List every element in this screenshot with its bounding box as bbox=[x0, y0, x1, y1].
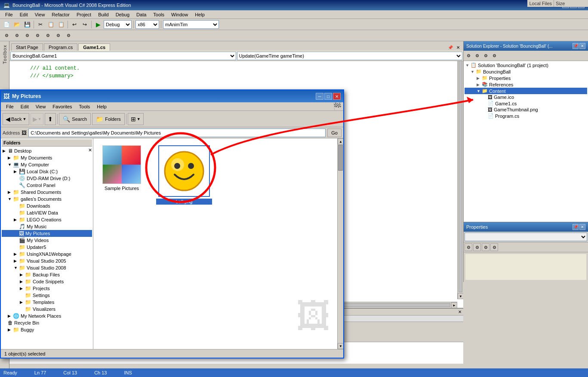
tb-copy[interactable]: 📋 bbox=[46, 20, 55, 29]
config-select[interactable]: mAnimTim bbox=[163, 20, 219, 29]
toolbox-label[interactable]: Toolbox bbox=[1, 41, 8, 67]
ftree-labview[interactable]: 📁 LabVIEW Data bbox=[2, 209, 92, 216]
tb-paste[interactable]: 📋 bbox=[56, 20, 66, 29]
forward-button[interactable]: ▶ ▼ bbox=[31, 113, 43, 125]
se-item-properties[interactable]: ▶ 📁 Properties bbox=[465, 75, 587, 81]
tab-close[interactable]: ✕ bbox=[455, 44, 462, 51]
menu-project[interactable]: Project bbox=[73, 12, 95, 18]
prop-tb1[interactable]: ⚙ bbox=[465, 243, 472, 251]
ftree-localdisk[interactable]: ▶ 💾 Local Disk (C:) bbox=[2, 168, 92, 175]
files-scroll-thumb[interactable] bbox=[338, 145, 343, 171]
ftree-controlpanel[interactable]: 🔧 Control Panel bbox=[2, 182, 92, 189]
se-tb2[interactable]: ⚙ bbox=[473, 52, 481, 59]
tb-save[interactable]: 💾 bbox=[22, 20, 32, 29]
se-item-bouncingball[interactable]: ▼ 📁 BouncingBall bbox=[465, 68, 587, 75]
ball-png-item[interactable]: ball.png bbox=[156, 145, 212, 205]
ftree-dvd[interactable]: 💿 DVD-RAM Drive (D:) bbox=[2, 175, 92, 182]
files-scrollbar[interactable]: ▲ ▼ bbox=[337, 138, 343, 349]
se-item-game1cs[interactable]: 📄 Game1.cs bbox=[465, 100, 587, 107]
ftree-updater5[interactable]: 📁 Updater5 bbox=[2, 244, 92, 251]
folder-close-button[interactable]: ✕ bbox=[333, 93, 341, 100]
menu-data[interactable]: Data bbox=[133, 12, 150, 18]
tb-open[interactable]: 📂 bbox=[12, 20, 22, 29]
se-item-content[interactable]: ▼ 📁 Content bbox=[465, 88, 587, 94]
tb2-btn4[interactable]: ⚙ bbox=[33, 31, 42, 40]
prop-pin-button[interactable]: 📌 bbox=[573, 224, 579, 230]
prop-close-button[interactable]: ✕ bbox=[579, 224, 585, 230]
se-item-gameico[interactable]: 🖼 Game.ico bbox=[465, 94, 587, 100]
tb2-btn7[interactable]: ⚙ bbox=[64, 31, 73, 40]
ftree-codesnippets[interactable]: ▶ 📁 Code Snippets bbox=[2, 278, 92, 285]
prop-tb2[interactable]: ⚙ bbox=[473, 243, 481, 251]
sample-pictures-item[interactable]: Sample Pictures bbox=[100, 145, 143, 191]
menu-window[interactable]: Window bbox=[168, 12, 191, 18]
tb2-btn2[interactable]: ⚙ bbox=[12, 31, 22, 40]
scrollbar-down[interactable]: ▼ bbox=[458, 293, 463, 299]
ftree-myvideos[interactable]: 🎬 My Videos bbox=[2, 237, 92, 244]
back-button[interactable]: ◀ Back ▼ bbox=[3, 113, 29, 125]
scrollbar-thumb[interactable] bbox=[459, 61, 462, 292]
se-tb1[interactable]: ⚙ bbox=[465, 52, 472, 59]
folder-menu-edit[interactable]: Edit bbox=[17, 104, 32, 110]
platform-select[interactable]: x86 bbox=[135, 20, 159, 29]
tab-game1-cs[interactable]: Game1.cs bbox=[78, 43, 110, 51]
ftree-gallesdocs[interactable]: ▼ 📁 galles's Documents bbox=[2, 196, 92, 202]
prop-tb4[interactable]: ⚙ bbox=[490, 243, 498, 251]
ftree-usingxna[interactable]: ▶ 📁 UsingXNA1Webpage bbox=[2, 251, 92, 257]
menu-file[interactable]: File bbox=[2, 12, 16, 18]
se-item-programcs[interactable]: 📄 Program.cs bbox=[465, 113, 587, 119]
se-item-gamethumbnail[interactable]: 🖼 GameThumbnail.png bbox=[465, 107, 587, 113]
ftree-vs2008[interactable]: ▼ 📁 Visual Studio 2008 bbox=[2, 264, 92, 271]
debug-config-select[interactable]: Debug bbox=[104, 20, 132, 29]
folder-menu-view[interactable]: View bbox=[32, 104, 49, 110]
folder-menu-tools[interactable]: Tools bbox=[76, 104, 94, 110]
tab-program-cs[interactable]: Program.cs bbox=[44, 43, 77, 51]
menu-refactor[interactable]: Refactor bbox=[48, 12, 73, 18]
se-tb3[interactable]: ⚙ bbox=[482, 52, 489, 59]
prop-select[interactable] bbox=[465, 233, 587, 241]
tb-run[interactable]: ▶ bbox=[93, 20, 103, 29]
folder-menu-favorites[interactable]: Favorites bbox=[49, 104, 75, 110]
ftree-desktop[interactable]: ▶ 🖥 Desktop bbox=[2, 147, 92, 154]
address-input[interactable] bbox=[28, 129, 326, 137]
tb-cut[interactable]: ✂ bbox=[36, 20, 45, 29]
ftree-projects[interactable]: ▶ 📁 Projects bbox=[2, 285, 92, 292]
tree-close[interactable]: ✕ bbox=[88, 147, 92, 153]
tb-undo[interactable]: ↩ bbox=[70, 20, 79, 29]
address-go-button[interactable]: Go bbox=[327, 129, 342, 137]
ftree-mycomputer[interactable]: ▼ 💻 My Computer bbox=[2, 161, 92, 168]
up-button[interactable]: ⬆ bbox=[45, 113, 56, 125]
hscroll-right[interactable]: ► bbox=[451, 302, 457, 308]
ftree-backup[interactable]: ▶ 📁 Backup Files bbox=[2, 271, 92, 278]
se-close-button[interactable]: ✕ bbox=[579, 43, 585, 49]
search-button[interactable]: 🔍 Search bbox=[59, 113, 91, 125]
ftree-mydocs[interactable]: ▶ 📁 My Documents bbox=[2, 154, 92, 161]
tab-start-page[interactable]: Start Page bbox=[11, 43, 43, 51]
ftree-buggy[interactable]: ▶ 📁 Buggy bbox=[2, 326, 92, 333]
ftree-network[interactable]: ▶ 🌐 My Network Places bbox=[2, 313, 92, 319]
se-tb4[interactable]: ⚙ bbox=[490, 52, 498, 59]
menu-tools[interactable]: Tools bbox=[150, 12, 168, 18]
menu-edit[interactable]: Edit bbox=[16, 12, 31, 18]
tab-pin[interactable]: 📌 bbox=[446, 44, 455, 51]
se-pin-button[interactable]: 📌 bbox=[573, 43, 579, 49]
ftree-recycle[interactable]: 🗑 Recycle Bin bbox=[2, 319, 92, 326]
ftree-vs2005[interactable]: ▶ 📁 Visual Studio 2005 bbox=[2, 257, 92, 264]
files-scroll-up[interactable]: ▲ bbox=[338, 138, 343, 144]
menu-debug[interactable]: Debug bbox=[112, 12, 133, 18]
tb2-btn3[interactable]: ⚙ bbox=[22, 31, 32, 40]
ftree-visualizers[interactable]: 📁 Visualizers bbox=[2, 306, 92, 313]
ftree-mypictures[interactable]: 🖼 My Pictures bbox=[2, 230, 92, 237]
tb2-btn5[interactable]: ⚙ bbox=[43, 31, 52, 40]
method-dropdown[interactable]: Update(GameTime gameTime) bbox=[237, 52, 463, 60]
ftree-mymusic[interactable]: 🎵 My Music bbox=[2, 223, 92, 230]
folder-maximize-button[interactable]: □ bbox=[324, 93, 332, 100]
class-dropdown[interactable]: BouncingBall.Game1 bbox=[10, 52, 236, 60]
prop-tb3[interactable]: ⚙ bbox=[482, 243, 489, 251]
menu-build[interactable]: Build bbox=[95, 12, 112, 18]
ftree-downloads[interactable]: 📁 Downloads bbox=[2, 202, 92, 209]
folder-menu-file[interactable]: File bbox=[3, 104, 17, 110]
se-item-solution[interactable]: ▼ 📋 Solution 'BouncingBall' (1 project) bbox=[465, 62, 587, 68]
folders-button[interactable]: 📁 Folders bbox=[92, 113, 125, 125]
ftree-shareddocs[interactable]: ▶ 📁 Shared Documents bbox=[2, 189, 92, 196]
